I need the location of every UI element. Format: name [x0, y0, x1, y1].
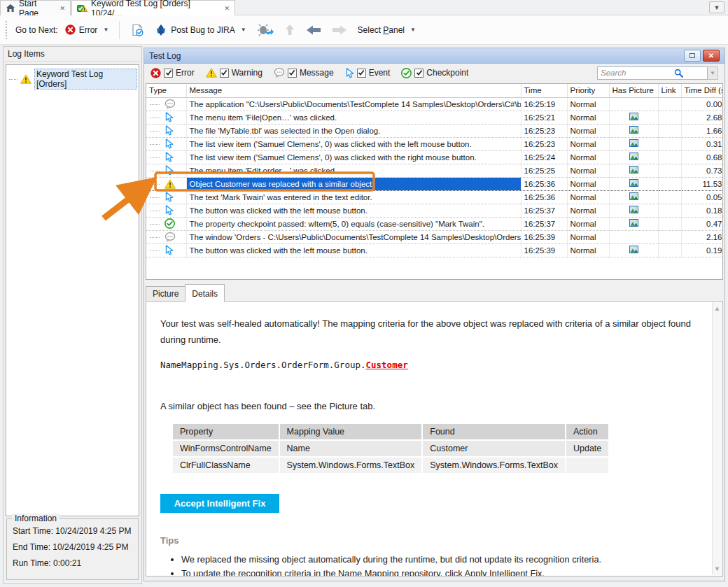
tab-picture[interactable]: Picture — [146, 286, 186, 302]
log-row[interactable]: The button was clicked with the left mou… — [146, 243, 723, 257]
back-button[interactable] — [302, 22, 325, 38]
log-row-link — [658, 97, 681, 111]
log-row-type-cell — [146, 243, 186, 257]
log-row-time: 16:25:36 — [521, 190, 567, 204]
tab-details[interactable]: Details — [185, 284, 225, 302]
error-icon — [150, 68, 161, 78]
filter-label: Checkpoint — [426, 68, 468, 78]
message-icon — [164, 99, 176, 109]
go-up-button[interactable] — [281, 22, 299, 38]
log-row[interactable]: The window 'Orders - C:\Users\Public\Doc… — [146, 230, 723, 243]
checkbox-error[interactable] — [164, 69, 173, 78]
log-row-type-cell — [146, 217, 186, 230]
tab-start-page[interactable]: Start Page ✕ — [0, 0, 71, 15]
column-header-type[interactable]: Type — [146, 84, 186, 97]
filter-message: Message — [274, 68, 334, 78]
search-icon — [652, 69, 704, 78]
checkbox-message[interactable] — [288, 69, 297, 78]
panel-close-button[interactable]: ✕ — [703, 50, 720, 62]
chevron-down-icon: ▼ — [103, 27, 108, 33]
log-row[interactable]: The menu item 'Edit order…' was clicked.… — [146, 164, 723, 177]
end-time: End Time: 10/24/2019 4:25 PM — [13, 542, 132, 552]
post-bug-to-jira-button[interactable]: Post Bug to JIRA ▼ — [151, 22, 249, 38]
log-row[interactable]: The list view item ('Samuel Clemens', 0)… — [146, 137, 723, 150]
log-row-message: The list view item ('Samuel Clemens', 0)… — [186, 150, 521, 164]
message-icon — [274, 68, 285, 78]
rerun-bug-button[interactable] — [253, 22, 277, 38]
event-icon — [345, 68, 354, 78]
bug-forward-icon — [257, 24, 274, 36]
test-log-titlebar[interactable]: Test Log ✕ — [144, 48, 724, 64]
checkbox-warning[interactable] — [220, 69, 229, 78]
checklist-button[interactable] — [127, 21, 148, 39]
scroll-down-icon[interactable]: ▼ — [714, 565, 720, 572]
column-header-has-picture[interactable]: Has Picture — [609, 84, 658, 97]
mapping-col-found: Found — [423, 424, 565, 439]
log-row[interactable]: The button was clicked with the left mou… — [146, 204, 723, 217]
log-row[interactable]: Object Customer was replaced with a simi… — [146, 177, 723, 190]
post-bug-to-jira-label: Post Bug to JIRA — [171, 25, 234, 35]
event-icon — [164, 205, 174, 215]
toolbar-separator — [119, 21, 120, 39]
tab-keyword-test-log[interactable]: Keyword Test Log [Orders] 10/24/... ✕ — [71, 0, 235, 15]
log-row[interactable]: The application "C:\Users\Public\Documen… — [146, 97, 723, 111]
column-header-link[interactable]: Link — [658, 84, 681, 97]
toolbar-grip[interactable] — [6, 21, 8, 39]
log-row[interactable]: The property checkpoint passed: wItem(5,… — [146, 217, 723, 230]
log-row[interactable]: The file 'MyTable.tbl' was selected in t… — [146, 124, 723, 137]
log-row-priority: Normal — [567, 124, 609, 137]
select-panel-label: Select Panel — [358, 25, 405, 35]
mapping-cell: ClrFullClassName — [173, 458, 279, 473]
event-icon — [164, 152, 174, 162]
picture-icon — [629, 246, 638, 255]
panel-restore-button[interactable] — [684, 50, 701, 62]
scroll-up-icon[interactable]: ▲ — [714, 305, 720, 312]
log-row-link — [658, 124, 681, 137]
log-row[interactable]: The text 'Mark Twain' was entered in the… — [146, 190, 723, 204]
log-row[interactable]: The menu item 'File|Open…' was clicked.1… — [146, 111, 723, 124]
search-dropdown-button[interactable]: ▼ — [708, 66, 718, 80]
checkpoint-icon — [164, 218, 175, 229]
close-icon[interactable]: ✕ — [59, 5, 65, 12]
mapping-row: WinFormsControlNameNameCustomerUpdate — [173, 441, 608, 456]
log-row-link — [658, 217, 681, 230]
forward-button[interactable] — [328, 22, 351, 38]
tip-item: We replaced the missing object automatic… — [181, 554, 697, 565]
log-row-priority: Normal — [567, 177, 609, 190]
column-header-time[interactable]: Time — [521, 84, 567, 97]
close-icon[interactable]: ✕ — [224, 5, 230, 12]
picture-icon — [629, 193, 638, 201]
checkbox-event[interactable] — [357, 69, 366, 78]
column-header-time-diff-s-[interactable]: Time Diff (s... — [681, 84, 723, 97]
log-row-message: The window 'Orders - C:\Users\Public\Doc… — [186, 230, 521, 243]
log-row-haspicture — [609, 111, 658, 124]
tab-list-dropdown-button[interactable]: ▼ — [709, 1, 724, 13]
picture-icon — [629, 153, 638, 162]
log-row-type-cell — [146, 137, 186, 150]
tree-item-keyword-test-log[interactable]: Keyword Test Log [Orders] — [9, 69, 137, 90]
search-input[interactable]: Search — [597, 66, 708, 80]
column-header-priority[interactable]: Priority — [567, 84, 609, 97]
details-scrollbar[interactable]: ▲ ▼ — [712, 302, 722, 575]
picture-icon — [629, 127, 638, 135]
log-row-priority: Normal — [567, 204, 609, 217]
customer-object-link[interactable]: Customer — [366, 360, 408, 370]
log-row-message: The button was clicked with the left mou… — [186, 243, 521, 257]
log-row-type-cell — [146, 177, 186, 190]
log-row[interactable]: The list view item ('Samuel Clemens', 0)… — [146, 150, 723, 164]
select-panel-button[interactable]: Select Panel ▼ — [354, 23, 419, 37]
accept-intelligent-fix-button[interactable]: Accept Intelligent Fix — [160, 494, 279, 513]
go-to-next-error-button[interactable]: Error ▼ — [62, 22, 113, 37]
log-row-time: 16:25:25 — [521, 164, 567, 177]
log-row-time: 16:25:36 — [521, 177, 567, 190]
checkbox-checkpoint[interactable] — [414, 69, 424, 78]
log-row-message: The list view item ('Samuel Clemens', 0)… — [186, 137, 521, 150]
event-icon — [164, 245, 174, 255]
column-header-message[interactable]: Message — [186, 84, 521, 97]
testlog-icon — [77, 3, 88, 13]
event-icon — [164, 165, 174, 176]
log-row-haspicture — [609, 243, 658, 257]
picture-icon — [629, 206, 638, 215]
log-row-link — [658, 230, 681, 243]
log-row-type-cell — [146, 111, 186, 124]
